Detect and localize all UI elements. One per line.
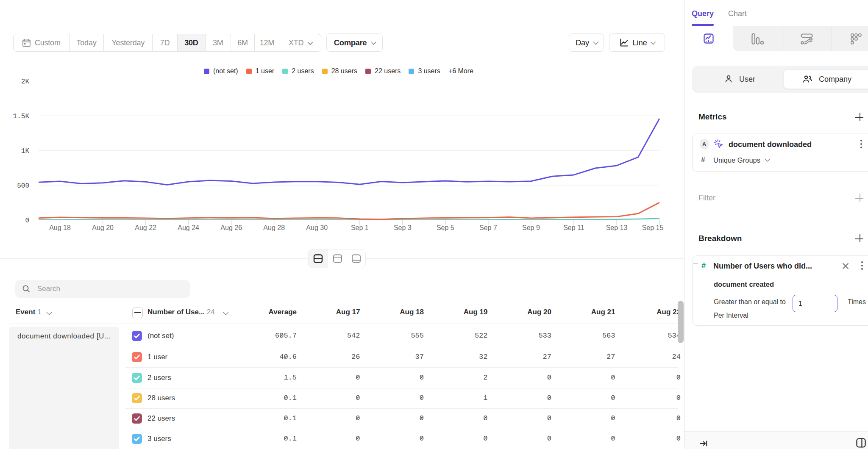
svg-text:Aug 24: Aug 24 (178, 224, 199, 231)
svg-text:500: 500 (17, 182, 29, 190)
svg-text:Sep 5: Sep 5 (437, 224, 454, 231)
svg-text:Aug 28: Aug 28 (263, 224, 285, 231)
svg-text:Sep 3: Sep 3 (394, 224, 412, 231)
svg-text:Aug 20: Aug 20 (92, 224, 114, 231)
svg-text:Aug 30: Aug 30 (306, 224, 328, 231)
svg-text:Sep 7: Sep 7 (479, 224, 497, 231)
svg-text:Aug 26: Aug 26 (220, 224, 242, 231)
svg-text:Aug 18: Aug 18 (49, 224, 71, 231)
svg-text:0: 0 (25, 217, 29, 224)
svg-text:Sep 15: Sep 15 (642, 224, 664, 231)
svg-text:1K: 1K (21, 147, 30, 155)
svg-text:Sep 13: Sep 13 (606, 224, 628, 231)
svg-text:2K: 2K (21, 78, 30, 86)
svg-text:Aug 22: Aug 22 (135, 224, 156, 231)
svg-text:1.5K: 1.5K (13, 113, 30, 120)
svg-text:Sep 1: Sep 1 (351, 224, 369, 231)
svg-text:Sep 9: Sep 9 (522, 224, 540, 231)
svg-text:Sep 11: Sep 11 (563, 224, 584, 231)
